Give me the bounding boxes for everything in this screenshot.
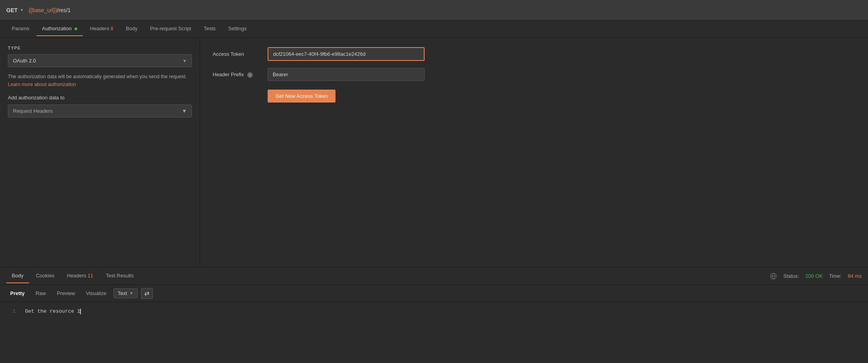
format-type-select[interactable]: Text ▼ [113,288,138,298]
header-prefix-info-icon[interactable]: i [247,72,253,78]
url-base: {{base_url}} [29,7,57,13]
add-auth-value: Request Headers [13,108,53,114]
url-display: {{base_url}}/res/1 [29,7,862,13]
format-type-chevron-icon: ▼ [129,291,133,295]
auth-type-value: OAuth 2.0 [13,58,36,64]
format-type-value: Text [118,290,127,296]
tab-tests[interactable]: Tests [198,22,221,36]
access-token-input[interactable] [268,47,425,61]
get-token-wrapper: Get New Access Token [268,88,855,103]
tab-body[interactable]: Body [120,22,143,36]
access-token-row: Access Token [213,47,855,61]
response-tab-cookies[interactable]: Cookies [31,269,60,283]
tab-params[interactable]: Params [6,22,35,36]
response-tab-headers[interactable]: Headers 11 [62,269,99,283]
response-tab-bar: Body Cookies Headers 11 Test Results Sta… [0,268,868,285]
add-auth-chevron-icon: ▼ [182,108,187,114]
access-token-label: Access Token [213,51,268,57]
format-tab-visualize[interactable]: Visualize [82,289,110,298]
auth-right-panel: Access Token Header Prefix i Get New Acc… [200,38,868,267]
type-label: TYPE [8,46,192,50]
format-tab-pretty[interactable]: Pretty [6,289,29,298]
tab-prerequest[interactable]: Pre-request Script [144,22,197,36]
wrap-lines-icon: ⇄ [144,290,150,297]
response-tab-test-results[interactable]: Test Results [100,269,139,283]
globe-icon [770,273,777,280]
header-prefix-input[interactable] [268,68,425,81]
url-suffix: /res/1 [57,7,71,13]
add-auth-label: Add authorization data to [8,95,192,101]
wrap-icon[interactable]: ⇄ [141,288,153,299]
format-bar: Pretty Raw Preview Visualize Text ▼ ⇄ [0,285,868,302]
authorization-active-dot [75,28,77,30]
response-tab-body[interactable]: Body [6,269,29,283]
time-label: Time: [829,273,842,279]
method-select[interactable]: GET ▼ [6,7,24,13]
method-chevron-icon: ▼ [20,8,24,12]
status-value: 200 OK [805,273,822,279]
header-prefix-label: Header Prefix i [213,72,268,78]
response-area: Body Cookies Headers 11 Test Results Sta… [0,267,868,321]
line-number: 1 [6,308,16,314]
request-tab-bar: Params Authorization Headers 8 Body Pre-… [0,20,868,38]
status-label: Status: [783,273,799,279]
code-output-area: 1 Get the resource 1 [0,302,868,321]
main-content: TYPE OAuth 2.0 ▼ The authorization data … [0,38,868,267]
auth-type-chevron-icon: ▼ [182,59,187,63]
get-new-access-token-button[interactable]: Get New Access Token [268,90,336,103]
format-tab-preview[interactable]: Preview [53,289,79,298]
url-bar: GET ▼ {{base_url}}/res/1 [0,0,868,20]
format-tab-raw[interactable]: Raw [32,289,50,298]
tab-settings[interactable]: Settings [223,22,252,36]
code-text: Get the resource 1 [25,308,81,314]
tab-headers[interactable]: Headers 8 [84,22,119,36]
response-status: Status: 200 OK Time: 84 ms [770,273,862,280]
auth-left-panel: TYPE OAuth 2.0 ▼ The authorization data … [0,38,200,267]
method-label: GET [6,7,18,13]
auth-description: The authorization data will be automatic… [8,73,192,88]
learn-more-link[interactable]: Learn more about authorization [8,82,76,87]
time-value: 84 ms [848,273,862,279]
tab-authorization[interactable]: Authorization [36,22,83,36]
text-cursor [80,309,81,314]
add-auth-select[interactable]: Request Headers ▼ [8,104,192,117]
header-prefix-row: Header Prefix i [213,68,855,81]
auth-type-select[interactable]: OAuth 2.0 ▼ [8,54,192,67]
